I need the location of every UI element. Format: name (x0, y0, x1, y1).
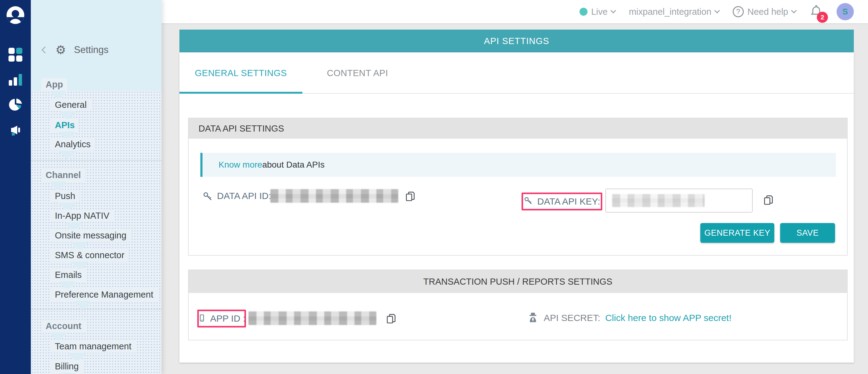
megaphone-icon[interactable] (8, 123, 23, 139)
key-icon (524, 196, 533, 207)
environment-label: Live (591, 7, 608, 17)
api-secret-row: API SECRET: Click here to show APP secre… (527, 308, 732, 328)
save-button[interactable]: SAVE (780, 223, 835, 243)
sidebar-item-billing[interactable]: Billing (31, 360, 161, 374)
show-app-secret-link[interactable]: Click here to show APP secret! (605, 313, 732, 323)
mobile-phone-icon (198, 314, 206, 323)
sidebar-item-apis[interactable]: APIs (31, 119, 161, 133)
sidebar-item-sms-connector[interactable]: SMS & connector (31, 249, 161, 263)
chevron-down-icon (610, 8, 616, 13)
data-api-key-value-redacted (612, 194, 705, 207)
api-secret-label: API SECRET: (544, 313, 600, 323)
data-api-key-label: DATA API KEY: (537, 196, 600, 207)
sidebar-item-general[interactable]: General (31, 99, 161, 112)
back-chevron-icon[interactable] (41, 46, 49, 54)
sidebar-item-push[interactable]: Push (31, 190, 161, 203)
know-more-rest: about Data APIs (262, 160, 324, 170)
grid-apps-icon[interactable] (9, 48, 23, 62)
chevron-down-icon (714, 8, 720, 13)
notification-badge: 2 (817, 12, 828, 23)
question-circle-icon: ? (733, 6, 744, 17)
key-icon (203, 191, 213, 203)
sidebar-item-preference-management[interactable]: Preference Management (31, 288, 161, 302)
section-heading: TRANSACTION PUSH / REPORTS SETTINGS (189, 270, 847, 293)
tab-content-api[interactable]: CONTENT API (312, 68, 403, 93)
transaction-settings-section: TRANSACTION PUSH / REPORTS SETTINGS APP … (188, 270, 848, 340)
app-id-highlight: APP ID : (197, 310, 246, 328)
app-id-value-redacted (248, 311, 376, 325)
tab-general-settings[interactable]: GENERAL SETTINGS (179, 68, 302, 93)
tab-bar: GENERAL SETTINGS CONTENT API (179, 53, 854, 94)
section-heading: DATA API SETTINGS (189, 118, 847, 139)
pie-chart-icon[interactable] (8, 98, 23, 113)
api-settings-card: GENERAL SETTINGS CONTENT API DATA API SE… (179, 53, 854, 363)
sidebar-divider (31, 160, 161, 161)
gear-icon: ⚙ (56, 44, 66, 56)
data-api-id-value-redacted (270, 189, 398, 203)
sidebar-item-analytics[interactable]: Analytics (31, 138, 161, 151)
notifications-button[interactable]: 2 (809, 4, 823, 19)
sidebar-section-channel: Channel (31, 169, 161, 182)
environment-selector[interactable]: Live (580, 7, 615, 17)
help-label: Need help (747, 7, 788, 17)
data-api-key-highlight: DATA API KEY: (522, 193, 602, 210)
sidebar-title: Settings (74, 44, 108, 56)
live-status-dot-icon (580, 8, 588, 16)
chevron-down-icon (791, 8, 797, 13)
project-selector[interactable]: mixpanel_integration (629, 7, 719, 17)
data-api-settings-section: DATA API SETTINGS Know more about Data A… (188, 118, 848, 256)
sidebar-section-account: Account (31, 320, 161, 333)
project-name: mixpanel_integration (629, 7, 711, 17)
sidebar-divider (31, 309, 161, 310)
sidebar-item-emails[interactable]: Emails (31, 269, 161, 282)
page-title-banner: API SETTINGS (179, 30, 854, 53)
help-menu[interactable]: ? Need help (733, 6, 796, 17)
sidebar-section-app: App (31, 78, 161, 92)
sidebar-item-inapp-nativ[interactable]: In-App NATIV (31, 209, 161, 223)
top-bar: Live mixpanel_integration ? Need help 2 … (161, 0, 868, 24)
copy-icon[interactable] (404, 191, 416, 203)
app-id-label: APP ID : (210, 313, 246, 324)
spy-icon (527, 311, 539, 325)
page-title: API SETTINGS (484, 36, 549, 46)
sidebar-item-onsite-messaging[interactable]: Onsite messaging (31, 229, 161, 243)
app-rail (0, 0, 31, 374)
sidebar-item-team-management[interactable]: Team management (31, 340, 161, 354)
copy-icon[interactable] (763, 194, 774, 207)
sidebar-header[interactable]: ⚙ Settings (42, 43, 108, 57)
know-more-banner: Know more about Data APIs (200, 153, 836, 177)
user-logo-icon[interactable] (6, 5, 25, 26)
copy-icon[interactable] (385, 313, 397, 326)
user-avatar[interactable]: S (837, 3, 854, 20)
bar-chart-icon[interactable] (9, 73, 22, 86)
data-api-key-input[interactable] (606, 189, 753, 212)
know-more-link[interactable]: Know more (219, 160, 262, 170)
settings-sidebar: ⚙ Settings App General APIs Analytics Ch… (31, 0, 161, 374)
data-api-id-label: DATA API ID: (217, 191, 271, 201)
generate-key-button[interactable]: GENERATE KEY (700, 223, 774, 243)
